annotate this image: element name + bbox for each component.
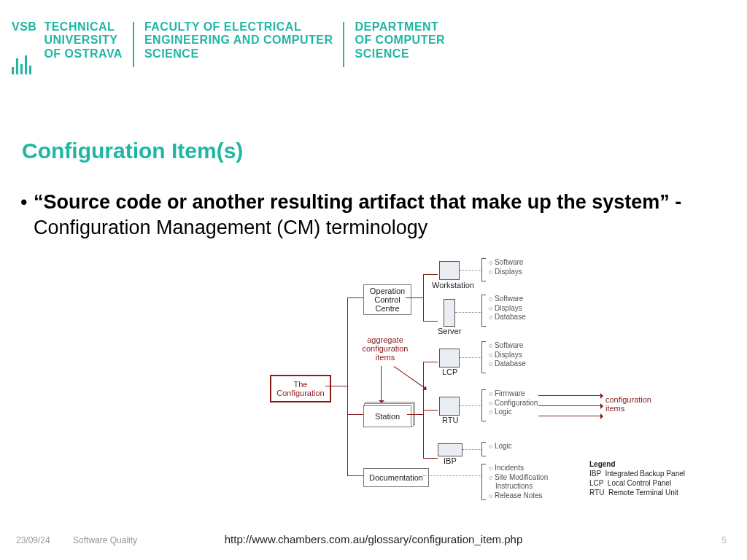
connector (347, 414, 363, 415)
bars-icon (12, 52, 36, 74)
legend: Legend IBP Integrated Backup Panel LCP L… (589, 459, 685, 497)
lcp-label: LCP (442, 368, 457, 376)
bracket (481, 295, 486, 327)
connector (423, 458, 438, 459)
rtu-label: RTU (442, 416, 458, 424)
arrow (381, 366, 382, 402)
connector (423, 274, 424, 321)
divider (133, 22, 134, 67)
workstation-icon (439, 261, 460, 280)
aggregate-label: aggregate configuration items (356, 335, 414, 362)
server-list: SoftwareDisplaysDatabase (489, 295, 526, 322)
bracket (481, 258, 486, 281)
connector (423, 362, 438, 362)
connector (423, 321, 438, 322)
doc-box: Documentation (363, 468, 429, 487)
ws-list: SoftwareDisplays (489, 258, 523, 276)
bullet-bold: “Source code or another resulting artifa… (34, 191, 681, 213)
faculty-text: FACULTY OF ELECTRICAL ENGINEERING AND CO… (144, 20, 333, 61)
bracket (481, 341, 486, 373)
source-url: http://www.chambers.com.au/glossary/conf… (0, 533, 747, 545)
connector (460, 270, 481, 271)
vsb-logo-block: VSB TECHNICAL UNIVERSITY OF OSTRAVA (12, 20, 123, 74)
occ-box: Operation Control Centre (363, 284, 411, 315)
connector (407, 414, 423, 415)
connector (423, 410, 438, 411)
bracket (481, 464, 486, 500)
root-box: The Configuration (270, 375, 331, 402)
connector (423, 274, 438, 275)
slide-title: Configuration Item(s) (22, 139, 243, 163)
divider (343, 22, 344, 67)
connector (455, 312, 481, 313)
server-icon (444, 299, 455, 327)
station-box: Station (363, 405, 411, 427)
ibp-list: Logic (489, 442, 512, 451)
lcp-list: SoftwareDisplaysDatabase (489, 341, 526, 369)
workstation-label: Workstation (432, 281, 474, 289)
bullet-text: “Source code or another resulting artifa… (34, 190, 725, 241)
university-text: TECHNICAL UNIVERSITY OF OSTRAVA (44, 20, 123, 61)
page-number: 5 (721, 535, 727, 545)
rtu-list: FirmwareConfigurationLogic (489, 389, 538, 417)
arrow (538, 405, 603, 406)
connector (462, 449, 481, 450)
configuration-diagram: The Configuration Operation Control Cent… (270, 257, 708, 505)
ibp-icon (438, 443, 462, 456)
arrow (538, 395, 603, 396)
vsb-text: VSB (12, 20, 36, 74)
doc-list: Incidents Site Modification Instructions… (489, 464, 554, 500)
ibp-label: IBP (444, 456, 457, 465)
ci-label: configuration items (605, 395, 651, 413)
rtu-icon (439, 397, 460, 416)
bracket (481, 442, 486, 456)
connector (423, 475, 481, 476)
server-label: Server (438, 327, 461, 335)
connector (325, 386, 347, 386)
arrow (538, 416, 603, 416)
connector (347, 298, 348, 475)
arrow (394, 366, 427, 389)
connector (406, 298, 423, 298)
connector (347, 298, 363, 298)
institution-header: VSB TECHNICAL UNIVERSITY OF OSTRAVA FACU… (12, 20, 445, 74)
bracket (481, 389, 486, 421)
connector (460, 357, 481, 358)
connector (347, 475, 363, 476)
department-text: DEPARTMENT OF COMPUTER SCIENCE (355, 20, 445, 61)
bullet-rest: Configuration Management (CM) terminolog… (34, 217, 427, 238)
lcp-icon (439, 349, 460, 368)
connector (460, 405, 481, 406)
